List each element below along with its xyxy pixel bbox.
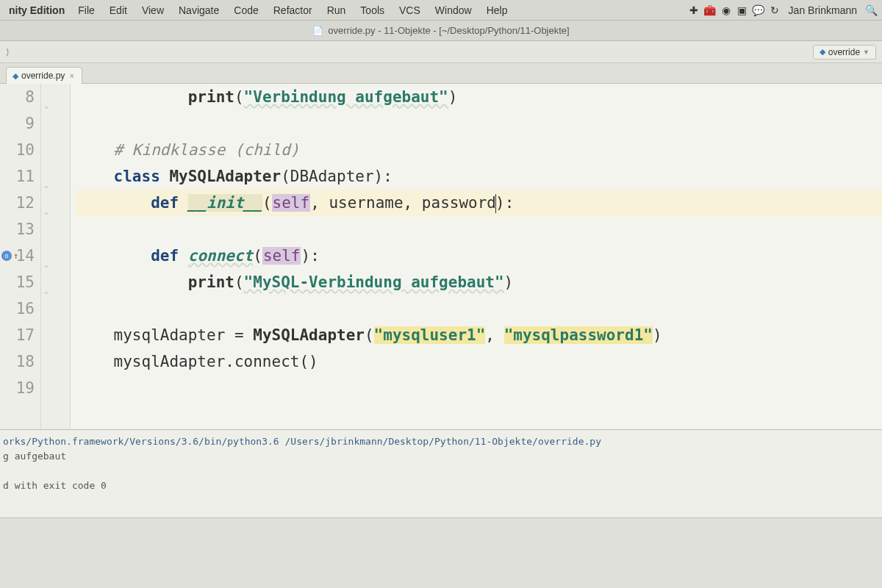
breadcrumb-separator: ⟩ <box>6 47 10 57</box>
circle-check-icon[interactable]: ◉ <box>718 4 734 16</box>
fold-toggle-icon[interactable]: ⌄ <box>44 93 53 101</box>
menu-window[interactable]: Window <box>428 4 479 16</box>
fold-gutter: ⌄⌄⌄⌄⌄ <box>41 84 71 429</box>
line-number: 19 <box>0 375 35 401</box>
tab-override-py[interactable]: ◆ override.py × <box>6 67 82 84</box>
editor-tabbar: ◆ override.py × <box>0 63 882 84</box>
line-number: 11 <box>0 163 35 190</box>
menubar: nity Edition FileEditViewNavigateCodeRef… <box>0 0 882 21</box>
user-name[interactable]: Jan Brinkmann <box>783 4 863 16</box>
plus-icon[interactable]: ✚ <box>686 4 702 16</box>
window-titlebar: 📄 override.py - 11-Objekte - [~/Desktop/… <box>0 21 882 41</box>
run-configuration-selector[interactable]: ◆ override ▼ <box>813 45 876 60</box>
menu-vcs[interactable]: VCS <box>392 4 428 16</box>
history-icon[interactable]: ↻ <box>767 4 783 16</box>
line-number: 18 <box>0 348 35 375</box>
code-line[interactable] <box>76 375 882 401</box>
code-line[interactable]: class MySQLAdapter(DBAdapter): <box>76 163 882 190</box>
code-line[interactable]: print("MySQL-Verbindung aufgebaut") <box>76 269 882 295</box>
run-config-label: override <box>828 47 860 57</box>
line-number-gutter: 891011121314o↑1516171819 <box>0 84 41 429</box>
search-icon[interactable]: 🔍 <box>863 4 879 16</box>
code-line[interactable] <box>76 110 882 137</box>
window-title: override.py - 11-Objekte - [~/Desktop/Py… <box>328 25 569 36</box>
code-area[interactable]: print("Verbindung aufgebaut") # Kindklas… <box>71 84 882 429</box>
python-icon: ◆ <box>820 47 825 57</box>
console-exit-line: d with exit code 0 <box>3 478 879 493</box>
code-line[interactable]: mysqlAdapter = MySQLAdapter("mysqluser1"… <box>76 322 882 348</box>
text-cursor <box>495 194 496 213</box>
line-number: 8 <box>0 84 35 110</box>
statusbar <box>0 517 882 588</box>
menu-code[interactable]: Code <box>226 4 265 16</box>
line-number: 15 <box>0 269 35 295</box>
tab-filename: override.py <box>21 71 65 81</box>
console-command: orks/Python.framework/Versions/3.6/bin/p… <box>3 434 879 449</box>
menu-refactor[interactable]: Refactor <box>266 4 320 16</box>
toolbar: ⟩ ◆ override ▼ <box>0 41 882 63</box>
code-line[interactable] <box>76 216 882 243</box>
chat-icon[interactable]: 💬 <box>750 4 767 16</box>
code-line[interactable]: print("Verbindung aufgebaut") <box>76 84 882 110</box>
toolbox-icon[interactable]: 🧰 <box>702 4 718 16</box>
line-number: 10 <box>0 137 35 163</box>
line-number: 12 <box>0 190 35 216</box>
console-output-line <box>3 464 879 478</box>
fold-toggle-icon[interactable]: ⌄ <box>44 198 53 207</box>
override-marker-icon[interactable]: o <box>1 251 12 261</box>
line-number: 14o↑ <box>0 243 35 269</box>
chevron-down-icon: ▼ <box>863 49 870 56</box>
close-icon[interactable]: × <box>68 71 75 80</box>
code-line[interactable]: # Kindklasse (child) <box>76 137 882 163</box>
line-number: 9 <box>0 110 35 137</box>
menu-file[interactable]: File <box>71 4 102 16</box>
line-number: 17 <box>0 322 35 348</box>
menu-edit[interactable]: Edit <box>102 4 135 16</box>
code-line[interactable] <box>76 295 882 322</box>
console-output-line: g aufgebaut <box>3 449 879 464</box>
up-arrow-icon: ↑ <box>13 243 18 269</box>
line-number: 16 <box>0 295 35 322</box>
run-console[interactable]: orks/Python.framework/Versions/3.6/bin/p… <box>0 429 882 517</box>
fold-toggle-icon[interactable]: ⌄ <box>44 172 53 181</box>
menu-run[interactable]: Run <box>320 4 354 16</box>
menu-help[interactable]: Help <box>479 4 515 16</box>
code-editor[interactable]: 891011121314o↑1516171819 ⌄⌄⌄⌄⌄ print("Ve… <box>0 84 882 429</box>
fold-toggle-icon[interactable]: ⌄ <box>44 251 53 260</box>
app-name: nity Edition <box>3 4 71 16</box>
menu-navigate[interactable]: Navigate <box>171 4 226 16</box>
code-line[interactable]: def __init__(self, username, password): <box>76 190 882 216</box>
line-number: 13 <box>0 216 35 243</box>
document-icon: 📄 <box>312 26 323 36</box>
fold-toggle-icon[interactable]: ⌄ <box>44 278 53 287</box>
record-icon[interactable]: ▣ <box>734 4 750 16</box>
python-icon: ◆ <box>12 71 18 81</box>
code-line[interactable]: def connect(self): <box>76 243 882 269</box>
menu-view[interactable]: View <box>135 4 171 16</box>
code-line[interactable]: mysqlAdapter.connect() <box>76 348 882 375</box>
menu-tools[interactable]: Tools <box>353 4 392 16</box>
